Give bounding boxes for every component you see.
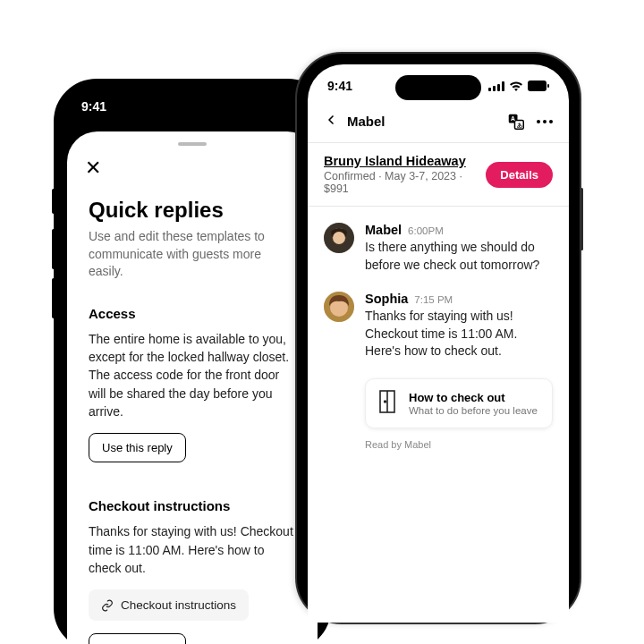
translate-button[interactable]: Aあ	[508, 114, 524, 130]
more-icon	[537, 120, 553, 123]
svg-rect-2	[497, 84, 500, 91]
message-sender: Mabel	[365, 223, 402, 237]
svg-point-10	[537, 120, 540, 123]
cellular-icon	[488, 81, 504, 91]
card-title: How to check out	[409, 391, 538, 404]
section-body-checkout: Thanks for staying with us! Checkout tim…	[89, 522, 296, 577]
status-bar-back: 9:41	[56, 81, 328, 131]
message-row: Mabel 6:00PM Is there anything we should…	[324, 223, 553, 274]
nav-contact-name: Mabel	[347, 114, 386, 129]
chevron-left-icon	[324, 113, 338, 127]
message-thread: Mabel 6:00PM Is there anything we should…	[308, 207, 569, 450]
svg-text:あ: あ	[517, 123, 522, 129]
quick-replies-subtitle: Use and edit these templates to communic…	[89, 228, 296, 281]
svg-rect-1	[493, 86, 496, 91]
message-time: 7:15 PM	[414, 294, 453, 305]
back-button[interactable]	[324, 111, 338, 131]
svg-point-11	[543, 120, 547, 123]
section-heading-access: Access	[89, 306, 296, 321]
dynamic-island	[395, 75, 481, 100]
back-screen: ✕ Quick replies Use and edit these templ…	[67, 131, 318, 644]
svg-rect-0	[488, 88, 491, 91]
battery-icon	[528, 80, 549, 91]
section-body-access: The entire home is available to you, exc…	[89, 330, 296, 420]
chip-label: Checkout instructions	[121, 598, 236, 612]
side-button	[52, 278, 55, 318]
checkout-instructions-chip[interactable]: Checkout instructions	[89, 589, 249, 621]
more-button[interactable]	[537, 120, 553, 123]
status-time: 9:41	[327, 79, 352, 93]
nav-bar: Mabel Aあ	[308, 107, 569, 142]
avatar-sophia[interactable]	[324, 292, 354, 322]
side-button	[580, 188, 583, 250]
avatar-mabel[interactable]	[324, 223, 354, 253]
svg-rect-3	[502, 81, 504, 91]
translate-icon: Aあ	[508, 114, 524, 130]
wifi-icon	[509, 80, 523, 91]
trip-title[interactable]: Bruny Island Hideaway	[324, 154, 477, 168]
side-button	[52, 189, 55, 214]
status-time: 9:41	[81, 99, 106, 114]
trip-meta: Confirmed · May 3-7, 2023 · $991	[324, 170, 477, 195]
phone-front-frame: 9:41 Mabel Aあ Br	[295, 52, 581, 624]
read-receipt: Read by Mabel	[365, 439, 553, 450]
svg-point-15	[333, 232, 345, 244]
message-text: Is there anything we should do before we…	[365, 239, 553, 274]
quick-replies-title: Quick replies	[89, 198, 296, 223]
status-icons	[488, 80, 549, 91]
svg-point-20	[385, 401, 386, 402]
message-text: Thanks for staying with us! Checkout tim…	[365, 308, 553, 360]
details-button[interactable]: Details	[486, 162, 553, 188]
section-heading-checkout: Checkout instructions	[89, 498, 296, 513]
phone-back-frame: 9:41 ✕ Quick replies Use and edit these …	[54, 79, 331, 644]
use-reply-button-checkout[interactable]: Use this reply	[89, 633, 186, 644]
svg-text:A: A	[511, 115, 515, 122]
side-button	[52, 229, 55, 269]
message-row: Sophia 7:15 PM Thanks for staying with u…	[324, 292, 553, 360]
message-sender: Sophia	[365, 292, 408, 306]
svg-point-12	[549, 120, 553, 123]
door-icon	[378, 390, 396, 417]
close-icon[interactable]: ✕	[85, 157, 101, 179]
front-screen: 9:41 Mabel Aあ Br	[308, 64, 569, 623]
svg-rect-5	[547, 84, 549, 88]
use-reply-button-access[interactable]: Use this reply	[89, 433, 186, 462]
link-icon	[101, 599, 114, 612]
svg-rect-4	[528, 80, 547, 91]
checkout-card[interactable]: How to check out What to do before you l…	[365, 378, 553, 428]
message-time: 6:00PM	[408, 225, 444, 236]
card-subtitle: What to do before you leave	[409, 405, 538, 416]
trip-bar: Bruny Island Hideaway Confirmed · May 3-…	[308, 143, 569, 206]
